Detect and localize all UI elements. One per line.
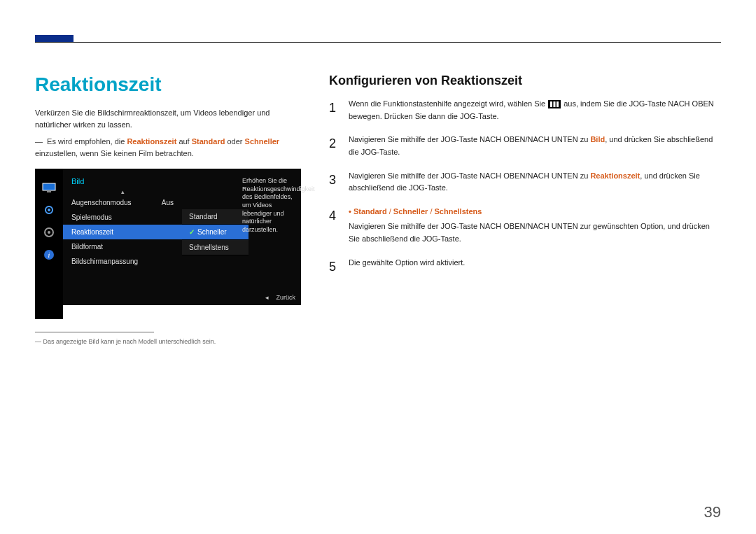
osd-item-adjust: Bildschirmanpassung [63,254,182,269]
osd-description: Erhöhen Sie die Reaktionsgeschwindigkeit… [239,174,301,237]
osd-item-format: Bildformat [63,239,182,254]
svg-point-5 [48,231,50,234]
osd-up-arrow: ▴ [63,188,182,195]
svg-rect-10 [554,101,556,107]
osd-item-eye: AugenschonmodusAus [63,195,182,210]
page-number: 39 [704,503,721,521]
osd-item-game: Spielemodus [63,210,182,225]
osd-item-response-selected: Reaktionszeit [63,225,182,239]
step-5: 5 Die gewählte Option wird aktiviert. [329,257,721,277]
page-title: Reaktionszeit [35,73,301,96]
svg-rect-11 [556,101,559,107]
osd-back-label: Zurück [265,294,295,301]
options-line: • Standard / Schneller / Schnellstens [349,206,721,218]
svg-rect-1 [47,191,51,192]
manual-page: Reaktionszeit Verkürzen Sie die Bildschi… [0,0,756,534]
osd-sub-schnellstens: Schnellstens [182,240,248,255]
note-dash: ― [35,137,43,146]
settings-icon [42,205,56,215]
left-column: Reaktionszeit Verkürzen Sie die Bildschi… [35,73,301,345]
info-icon: i [42,250,56,260]
osd-menu-col: Bild ▴ AugenschonmodusAus Spielemodus Re… [63,169,182,305]
svg-rect-9 [550,101,552,107]
osd-sub-schneller-selected: Schneller [182,225,248,240]
step-1: 1 Wenn die Funktionstastenhilfe angezeig… [329,98,721,122]
recommendation-note: ― Es wird empfohlen, die Reaktionszeit a… [35,136,301,159]
step-3: 3 Navigieren Sie mithilfe der JOG-Taste … [329,170,721,195]
right-column: Konfigurieren von Reaktionszeit 1 Wenn d… [329,73,721,345]
header-accent [35,35,74,42]
osd-sub-standard: Standard [182,209,248,225]
footnote-divider [35,332,154,332]
svg-rect-0 [43,183,55,190]
osd-menu-title: Bild [63,174,182,188]
footnote: ― Das angezeigte Bild kann je nach Model… [35,338,301,345]
osd-submenu-col: Standard Schneller Schnellstens [182,169,248,305]
menu-icon [547,98,561,111]
gear-icon [42,227,56,237]
intro-text: Verkürzen Sie die Bildschirmreaktionszei… [35,107,301,130]
header-divider [35,42,721,43]
steps-list: 1 Wenn die Funktionstastenhilfe angezeig… [329,98,721,276]
step-2: 2 Navigieren Sie mithilfe der JOG-Taste … [329,134,721,158]
svg-point-3 [48,209,50,211]
monitor-icon [42,183,56,192]
osd-sidebar: i [35,169,63,319]
step-4: 4 • Standard / Schneller / Schnellstens … [329,206,721,246]
osd-screenshot: i Bild ▴ AugenschonmodusAus Spielemodus … [35,169,301,305]
section-title: Konfigurieren von Reaktionszeit [329,73,721,88]
svg-text:i: i [48,251,50,259]
